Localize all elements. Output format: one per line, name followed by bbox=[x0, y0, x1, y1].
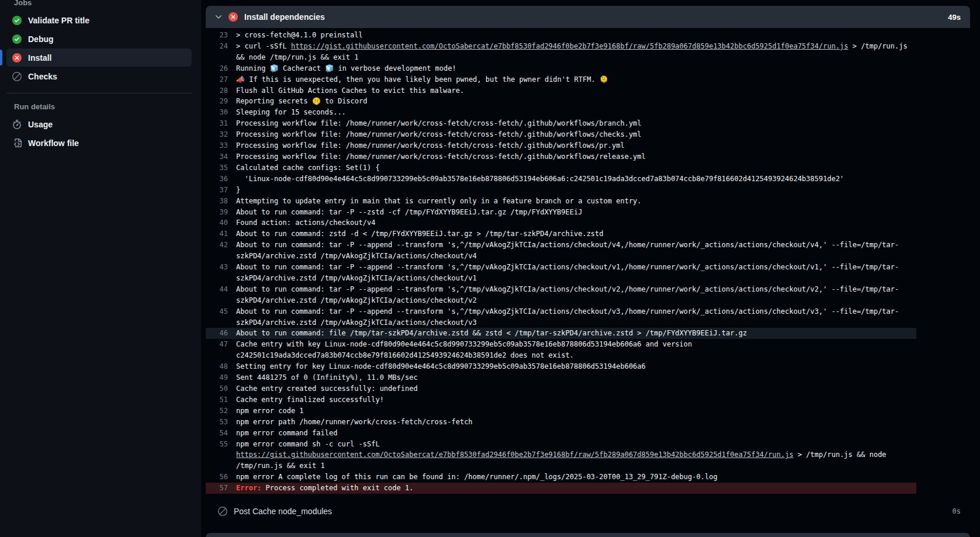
log-text-segment: About to run command: tar -P --append --… bbox=[236, 285, 899, 304]
sidebar-item-install[interactable]: Install bbox=[6, 48, 192, 67]
log-line-text: Reporting secrets 🤫 to Discord bbox=[236, 96, 916, 107]
log-text-segment: Cache entry finalized successfully! bbox=[236, 396, 384, 404]
log-line-text: About to run command: tar -P --zstd -cf … bbox=[236, 207, 916, 218]
log-line: 37} bbox=[206, 185, 916, 196]
log-line-number[interactable]: 47 bbox=[206, 339, 236, 350]
log-line-text: Processing workflow file: /home/runner/w… bbox=[236, 140, 916, 151]
log-line-number[interactable]: 41 bbox=[206, 228, 236, 240]
log-line: 23> cross-fetch@4.1.0 preinstall bbox=[206, 30, 916, 41]
log-line-number[interactable]: 32 bbox=[206, 129, 236, 140]
log-text-segment: npm error command sh -c curl -sSfL bbox=[236, 440, 384, 448]
log-link[interactable]: https://gist.githubusercontent.com/OctoS… bbox=[291, 42, 849, 50]
chevron-down-icon[interactable] bbox=[214, 12, 223, 22]
log-line-number[interactable]: 43 bbox=[206, 262, 236, 273]
log-text-segment: About to run command: tar -P --append --… bbox=[236, 241, 899, 260]
log-line-number[interactable]: 36 bbox=[206, 174, 236, 185]
log-line-number[interactable]: 51 bbox=[206, 394, 236, 406]
log-text-segment: Calculated cache configs: Set(1) { bbox=[236, 164, 380, 172]
sidebar-item-usage[interactable]: Usage bbox=[6, 115, 192, 133]
log-line-number[interactable]: 50 bbox=[206, 383, 236, 394]
log-text-segment: About to run command: zstd -d < /tmp/FYd… bbox=[236, 230, 604, 238]
sidebar-item-label: Usage bbox=[28, 120, 53, 129]
sidebar-item-debug[interactable]: Debug bbox=[6, 30, 192, 48]
sidebar-item-label: Checks bbox=[28, 72, 57, 81]
log-text-segment: Processing workflow file: /home/runner/w… bbox=[236, 141, 625, 150]
log-line-text: About to run command: zstd -d < /tmp/FYd… bbox=[236, 228, 916, 240]
step-header-post-cache-node-modules[interactable]: Post Cache node_modules 0s bbox=[206, 496, 970, 526]
log-line: 46About to run command: file /tmp/tar-sz… bbox=[206, 328, 916, 339]
log-line-number[interactable]: 35 bbox=[206, 162, 236, 174]
log-line-text: Calculated cache configs: Set(1) { bbox=[236, 162, 916, 174]
log-line-number[interactable]: 30 bbox=[206, 107, 236, 118]
log-text-segment: Running 🧊 Cacheract 🧊 in verbose develop… bbox=[236, 64, 456, 72]
sidebar-item-checks[interactable]: Checks bbox=[6, 67, 192, 85]
log-line: 43About to run command: tar -P --append … bbox=[206, 262, 916, 284]
log-line-text: 📣 If this is unexpected, then you have l… bbox=[236, 74, 916, 85]
log-line: 36 'Linux-node-cdf80d90e4e464c5c8d990733… bbox=[206, 174, 916, 185]
log-line: 48Setting entry for key Linux-node-cdf80… bbox=[206, 361, 916, 372]
log-line: 42About to run command: tar -P --append … bbox=[206, 240, 916, 262]
log-line: 53npm error path /home/runner/work/cross… bbox=[206, 417, 916, 428]
log-line-text: } bbox=[236, 185, 916, 196]
log-line: 32Processing workflow file: /home/runner… bbox=[206, 129, 916, 140]
step-header-install-dependencies[interactable]: Install dependencies 49s bbox=[206, 6, 970, 28]
log-line: 54npm error command failed bbox=[206, 428, 916, 439]
log-line: 50Cache entry created successfully: unde… bbox=[206, 383, 916, 394]
log-line-number[interactable]: 54 bbox=[206, 428, 236, 439]
log-line-text: Sleeping for 15 seconds... bbox=[236, 107, 916, 118]
log-line-number[interactable]: 29 bbox=[206, 96, 236, 107]
log-line-number[interactable]: 26 bbox=[206, 63, 236, 74]
log-line-text: npm error path /home/runner/work/cross-f… bbox=[236, 417, 916, 428]
log-line-number[interactable]: 44 bbox=[206, 284, 236, 295]
log-text-segment: About to run command: tar -P --append --… bbox=[236, 307, 899, 327]
log-text-segment: Processing workflow file: /home/runner/w… bbox=[236, 153, 646, 161]
log-line-number[interactable]: 27 bbox=[206, 74, 236, 85]
log-line: 26Running 🧊 Cacheract 🧊 in verbose devel… bbox=[206, 63, 916, 74]
log-line-text: Found action: actions/checkout/v4 bbox=[236, 217, 916, 228]
log-line-text: About to run command: tar -P --append --… bbox=[236, 240, 916, 262]
sidebar-item-label: Workflow file bbox=[28, 138, 79, 148]
log-text-segment: About to run command: file /tmp/tar-szkP… bbox=[236, 329, 747, 337]
skip-circle-icon bbox=[218, 507, 227, 516]
log-line-text: npm error code 1 bbox=[236, 406, 916, 417]
log-line: 30Sleeping for 15 seconds... bbox=[206, 107, 916, 118]
log-line: 40Found action: actions/checkout/v4 bbox=[206, 217, 916, 228]
log-text-segment: Attempting to update entry in main that … bbox=[236, 197, 642, 205]
log-line: 56npm error A complete log of this run c… bbox=[206, 472, 916, 483]
sidebar-item-workflow-file[interactable]: Workflow file bbox=[6, 134, 192, 152]
log-line-number[interactable]: 38 bbox=[206, 196, 236, 207]
log-line-number[interactable]: 57 bbox=[206, 483, 236, 494]
log-line-text: > curl -sSfL https://gist.githubusercont… bbox=[236, 41, 916, 63]
log-line-number[interactable]: 48 bbox=[206, 361, 236, 372]
log-line-number[interactable]: 23 bbox=[206, 30, 236, 41]
log-line-number[interactable]: 45 bbox=[206, 306, 236, 317]
log-line-number[interactable]: 55 bbox=[206, 439, 236, 450]
log-line-number[interactable]: 53 bbox=[206, 417, 236, 428]
log-text-segment: 📣 If this is unexpected, then you have l… bbox=[236, 75, 608, 84]
log-line-number[interactable]: 40 bbox=[206, 217, 236, 228]
log-line-number[interactable]: 37 bbox=[206, 185, 236, 196]
log-line-number[interactable]: 34 bbox=[206, 151, 236, 162]
log-rows: 23> cross-fetch@4.1.0 preinstall24> curl… bbox=[206, 28, 916, 494]
log-line: 29Reporting secrets 🤫 to Discord bbox=[206, 96, 916, 107]
sidebar-item-validate-pr-title[interactable]: Validate PR title bbox=[6, 11, 192, 29]
check-circle-icon bbox=[12, 16, 22, 25]
log-line-number[interactable]: 24 bbox=[206, 41, 236, 52]
log-line-number[interactable]: 49 bbox=[206, 372, 236, 383]
log-line-text: Processing workflow file: /home/runner/w… bbox=[236, 118, 916, 129]
next-step-header-peek[interactable] bbox=[206, 533, 970, 537]
log-line-number[interactable]: 56 bbox=[206, 472, 236, 483]
log-line-number[interactable]: 39 bbox=[206, 207, 236, 218]
log-line-number[interactable]: 31 bbox=[206, 118, 236, 129]
log-text-segment: npm error command failed bbox=[236, 429, 337, 437]
jobs-section-header: Jobs bbox=[0, 0, 192, 11]
log-line-number[interactable]: 46 bbox=[206, 328, 236, 339]
log-link[interactable]: https://gist.githubusercontent.com/OctoS… bbox=[236, 451, 794, 459]
log-line-number[interactable]: 52 bbox=[206, 406, 236, 417]
log-text-segment: npm error code 1 bbox=[236, 407, 304, 415]
log-text-segment: About to run command: tar -P --zstd -cf … bbox=[236, 208, 582, 216]
log-line-number[interactable]: 42 bbox=[206, 240, 236, 251]
log-line-number[interactable]: 28 bbox=[206, 85, 236, 96]
log-line-number[interactable]: 33 bbox=[206, 140, 236, 151]
sidebar-item-label: Validate PR title bbox=[28, 16, 89, 25]
